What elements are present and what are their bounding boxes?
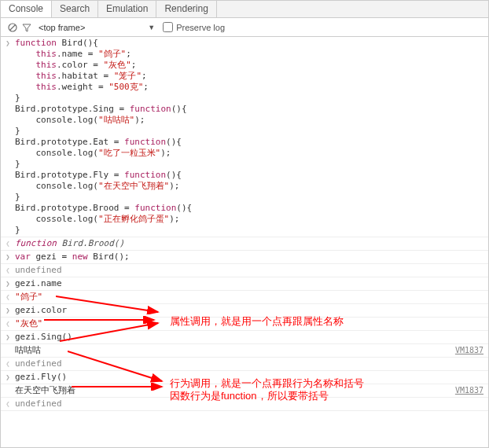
output-value: undefined [15, 398, 488, 409]
output-marker-icon [1, 358, 15, 369]
console-body: function Bird(){ this.name = "鸽子"; this.… [1, 37, 488, 411]
input-marker-icon [1, 252, 15, 263]
output-marker-icon [1, 265, 15, 276]
output-marker-icon [1, 238, 15, 249]
frame-select-label: <top frame> [39, 23, 85, 32]
filter-icon[interactable] [20, 23, 34, 32]
output-value: undefined [15, 358, 488, 369]
frame-select[interactable]: <top frame> ▼ [39, 23, 155, 32]
console-input-row[interactable]: var gezi = new Bird(); [1, 251, 488, 264]
console-output-row: function Bird.Brood() [1, 237, 488, 251]
code-input: gezi.color [15, 305, 488, 316]
console-log-row: 咕咕咕 VM1837 [1, 344, 488, 358]
code-input: var gezi = new Bird(); [15, 252, 488, 263]
console-output-row: undefined [1, 264, 488, 277]
console-input-row[interactable]: gezi.Fly() [1, 371, 488, 384]
console-output-row: "鸽子" [1, 291, 488, 304]
tab-search[interactable]: Search [52, 1, 98, 17]
code-input: function Bird(){ this.name = "鸽子"; this.… [15, 38, 488, 236]
console-log-row: 在天空中飞翔着 VM1837 [1, 384, 488, 398]
console-input-row[interactable]: gezi.color [1, 304, 488, 318]
console-output-row: undefined [1, 358, 488, 371]
input-marker-icon [1, 38, 15, 236]
tab-emulation[interactable]: Emulation [98, 1, 156, 17]
input-marker-icon [1, 305, 15, 316]
console-output-row: "灰色" [1, 318, 488, 331]
dropdown-triangle-icon: ▼ [148, 24, 155, 31]
output-marker-icon [1, 318, 15, 329]
output-value: function Bird.Brood() [15, 238, 488, 249]
output-marker-icon [1, 292, 15, 303]
console-output-row: undefined [1, 398, 488, 411]
input-marker-icon [1, 278, 15, 289]
preserve-log-checkbox[interactable] [163, 22, 173, 32]
source-link[interactable]: VM1837 [455, 345, 483, 356]
preserve-log-label: Preserve log [176, 23, 225, 32]
tab-rendering[interactable]: Rendering [156, 1, 216, 17]
console-input-row[interactable]: gezi.Sing() [1, 331, 488, 344]
preserve-log[interactable]: Preserve log [163, 22, 225, 32]
code-input: gezi.name [15, 278, 488, 289]
console-input-row[interactable]: function Bird(){ this.name = "鸽子"; this.… [1, 37, 488, 237]
source-link[interactable]: VM1837 [455, 385, 483, 396]
clear-console-icon[interactable] [6, 23, 20, 32]
output-value: undefined [15, 265, 488, 276]
output-marker-icon [1, 398, 15, 409]
console-toolbar: <top frame> ▼ Preserve log [1, 18, 488, 37]
console-input-row[interactable]: gezi.name [1, 277, 488, 291]
log-output: 咕咕咕 [15, 345, 488, 356]
code-input: gezi.Sing() [15, 332, 488, 343]
log-output: 在天空中飞翔着 [15, 385, 488, 396]
log-marker [1, 345, 15, 356]
devtools-tabs: Console Search Emulation Rendering [1, 1, 488, 18]
code-input: gezi.Fly() [15, 372, 488, 383]
output-value: "灰色" [15, 318, 488, 329]
log-marker [1, 385, 15, 396]
input-marker-icon [1, 372, 15, 383]
svg-line-1 [10, 24, 16, 30]
tab-console[interactable]: Console [1, 1, 52, 17]
input-marker-icon [1, 332, 15, 343]
output-value: "鸽子" [15, 292, 488, 303]
